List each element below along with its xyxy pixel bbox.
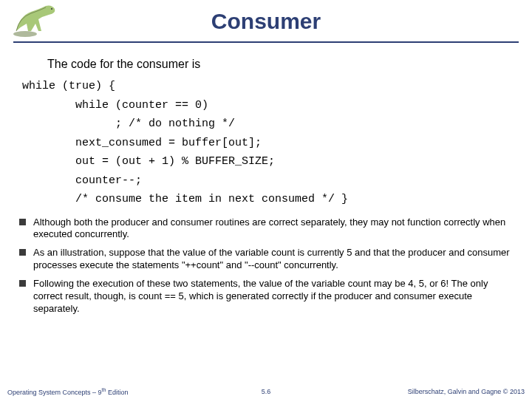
bullet-square-icon <box>19 219 26 225</box>
code-block: while (true) { while (counter == 0) ; /*… <box>18 77 514 216</box>
intro-text: The code for the consumer is <box>18 58 514 77</box>
content-area: The code for the consumer is while (true… <box>0 44 532 316</box>
bullet-text: Although both the producer and consumer … <box>33 216 513 242</box>
header: Consumer <box>0 0 532 44</box>
footer: Operating System Concepts – 9th Edition … <box>0 386 532 399</box>
bullet-square-icon <box>19 280 26 287</box>
bullet-square-icon <box>19 249 26 256</box>
bullet-text: As an illustration, suppose that the val… <box>33 247 513 272</box>
footer-page: 5.6 <box>262 388 271 395</box>
slide-title: Consumer <box>0 0 532 34</box>
footer-left: Operating System Concepts – 9th Edition <box>7 387 128 396</box>
bullet-list: Although both the producer and consumer … <box>18 216 514 316</box>
footer-left-a: Operating System Concepts – 9 <box>7 389 102 396</box>
list-item: As an illustration, suppose that the val… <box>19 247 513 272</box>
footer-right: Silberschatz, Galvin and Gagne © 2013 <box>408 388 525 395</box>
list-item: Following the execution of these two sta… <box>19 278 513 316</box>
svg-point-0 <box>13 31 37 37</box>
dinosaur-logo <box>10 1 64 38</box>
title-underline <box>13 41 519 43</box>
svg-point-1 <box>51 8 52 10</box>
bullet-text: Following the execution of these two sta… <box>33 278 513 316</box>
footer-left-b: Edition <box>106 389 128 396</box>
list-item: Although both the producer and consumer … <box>19 216 513 242</box>
